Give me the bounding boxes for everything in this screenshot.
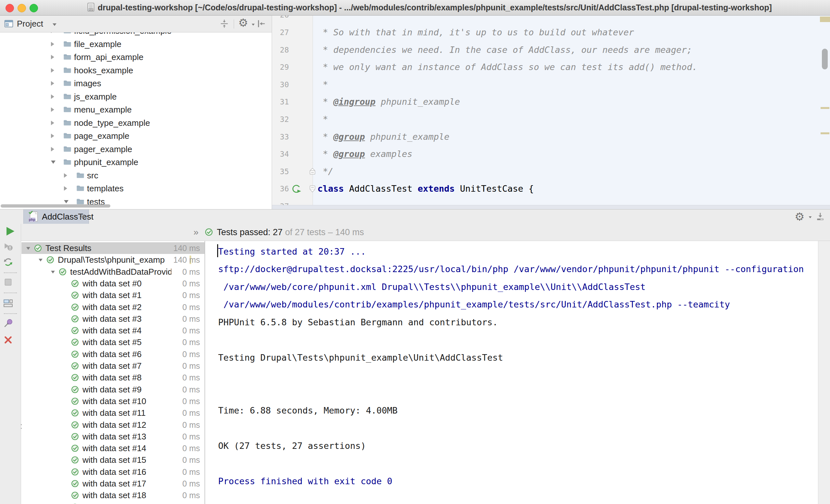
folder-icon xyxy=(63,145,72,154)
chevron-right-icon[interactable] xyxy=(64,186,67,191)
test-tree-row[interactable]: Drupal\Tests\phpunit_examp140 ms xyxy=(22,254,204,266)
close-window-button[interactable] xyxy=(5,4,14,12)
project-tree-item-src[interactable]: src xyxy=(0,169,272,182)
test-passed-icon xyxy=(71,479,79,488)
hide-window-icon[interactable] xyxy=(816,212,825,223)
test-tree-row[interactable]: with data set #160 ms xyxy=(22,466,204,478)
project-tree-item-menu_example[interactable]: menu_example xyxy=(0,103,272,116)
chevron-right-icon[interactable] xyxy=(51,94,54,99)
toggle-auto-test-button[interactable] xyxy=(3,257,13,267)
project-tree-item-file_example[interactable]: file_example xyxy=(0,38,272,51)
zoom-window-button[interactable] xyxy=(30,4,38,12)
chevron-down-icon[interactable] xyxy=(51,161,56,164)
code-editor[interactable]: 263727 * So with that in mind, it's up t… xyxy=(272,15,830,209)
project-tree-item-phpunit_example[interactable]: phpunit_example xyxy=(0,156,272,169)
locate-icon[interactable] xyxy=(219,19,229,30)
console-line: Process finished with exit code 0 xyxy=(218,472,392,490)
project-tree-item-page_example[interactable]: page_example xyxy=(0,129,272,142)
test-passed-icon xyxy=(71,279,79,288)
project-tree-item-hooks_example[interactable]: hooks_example xyxy=(0,64,272,77)
test-tree-row[interactable]: with data set #190 ms xyxy=(22,501,204,504)
chevron-down-icon[interactable] xyxy=(809,216,812,218)
settings-gear-icon[interactable]: ⚙ xyxy=(238,17,248,28)
test-tree-row[interactable]: with data set #130 ms xyxy=(22,431,204,442)
test-tree-row[interactable]: with data set #90 ms xyxy=(22,384,204,395)
test-tree-row[interactable]: with data set #10 ms xyxy=(22,289,204,301)
chevron-down-icon[interactable] xyxy=(53,23,57,26)
code-fold-marker[interactable] xyxy=(309,167,317,177)
project-tree-item-form_api_example[interactable]: form_api_example xyxy=(0,51,272,64)
code-segment-comment-tag: @ingroup xyxy=(333,97,376,107)
run-configuration-tab[interactable]: php AddClassTest × xyxy=(23,209,89,224)
test-name-label: with data set #12 xyxy=(83,419,147,431)
chevron-right-icon[interactable] xyxy=(51,147,54,152)
scrollbar-warning-stripe[interactable] xyxy=(821,107,829,109)
minimize-window-button[interactable] xyxy=(18,4,26,12)
test-tree-row[interactable]: with data set #170 ms xyxy=(22,478,204,490)
test-tree-row[interactable]: with data set #20 ms xyxy=(22,301,204,313)
test-tree-row[interactable]: with data set #00 ms xyxy=(22,278,204,289)
test-name-label: with data set #10 xyxy=(83,395,147,407)
chevron-right-icon[interactable] xyxy=(51,55,54,59)
chevron-down-icon[interactable] xyxy=(252,24,255,26)
test-tree-row[interactable]: with data set #40 ms xyxy=(22,325,204,336)
project-tree-item-pager_example[interactable]: pager_example xyxy=(0,143,272,156)
test-tree-row[interactable]: with data set #50 ms xyxy=(22,336,204,348)
test-tree-row[interactable]: with data set #70 ms xyxy=(22,360,204,372)
test-tree-row[interactable]: with data set #110 ms xyxy=(22,407,204,419)
folder-icon xyxy=(63,40,72,48)
test-tree-row[interactable]: testAddWithBadDataProvider0 ms xyxy=(22,266,204,278)
chevron-down-icon[interactable] xyxy=(39,259,42,262)
chevron-down-icon[interactable] xyxy=(26,247,30,250)
test-tree-row[interactable]: with data set #140 ms xyxy=(22,442,204,454)
project-panel-title[interactable]: Project xyxy=(17,15,43,32)
test-tree-row[interactable]: with data set #30 ms xyxy=(22,313,204,325)
close-tab-icon[interactable]: × xyxy=(79,209,85,224)
chevron-right-icon[interactable] xyxy=(51,32,54,33)
project-tree-item-templates[interactable]: templates xyxy=(0,182,272,195)
stop-button[interactable] xyxy=(3,277,13,287)
test-tree-row[interactable]: Test Results140 ms xyxy=(22,242,204,254)
scrollbar-warning-stripe[interactable] xyxy=(821,132,829,134)
restore-layout-button[interactable] xyxy=(3,298,13,308)
chevron-right-icon[interactable] xyxy=(64,173,67,178)
rerun-failed-button[interactable] xyxy=(3,242,13,251)
editor-vertical-scrollbar[interactable] xyxy=(822,48,828,69)
test-name-label: with data set #8 xyxy=(83,372,141,383)
test-tree-row[interactable]: with data set #100 ms xyxy=(22,395,204,407)
test-tree-row[interactable]: with data set #80 ms xyxy=(22,372,204,383)
line-number: 32 xyxy=(272,114,289,125)
chevron-right-icon[interactable] xyxy=(51,121,54,125)
chevron-right-icon[interactable] xyxy=(51,107,54,112)
test-passed-icon xyxy=(71,362,79,370)
code-segment-comment-tag: @group xyxy=(333,132,365,142)
toolbar-overflow-chevron[interactable]: » xyxy=(193,225,199,240)
close-button[interactable] xyxy=(3,335,13,345)
hide-panel-icon[interactable] xyxy=(256,19,266,30)
test-tree-row[interactable]: with data set #120 ms xyxy=(22,419,204,431)
horizontal-scrollbar[interactable] xyxy=(1,204,110,208)
editor-horizontal-scrollbar[interactable] xyxy=(272,205,830,209)
console-output[interactable]: Testing started at 20:37 ...sftp://docke… xyxy=(205,241,818,504)
chevron-down-icon[interactable] xyxy=(64,200,68,203)
chevron-right-icon[interactable] xyxy=(51,134,54,138)
test-tree-row[interactable]: with data set #150 ms xyxy=(22,454,204,466)
settings-gear-icon[interactable]: ⚙ xyxy=(795,209,804,224)
test-passed-icon xyxy=(34,244,42,252)
test-tree-row[interactable]: with data set #60 ms xyxy=(22,348,204,360)
rerun-button[interactable] xyxy=(4,226,15,237)
chevron-right-icon[interactable] xyxy=(51,81,54,86)
chevron-right-icon[interactable] xyxy=(51,42,54,46)
project-tree-item-images[interactable]: images xyxy=(0,77,272,90)
project-tree-item-field_permission_example[interactable]: field_permission_example xyxy=(0,32,272,37)
run-test-gutter-button[interactable] xyxy=(291,184,301,195)
chevron-right-icon[interactable] xyxy=(51,68,54,73)
chevron-down-icon[interactable] xyxy=(51,270,55,273)
test-passed-icon xyxy=(71,385,79,394)
pin-button[interactable] xyxy=(3,318,13,328)
test-passed-icon xyxy=(71,468,79,476)
project-tree-item-node_type_example[interactable]: node_type_example xyxy=(0,116,272,129)
test-tree-row[interactable]: with data set #180 ms xyxy=(22,490,204,501)
project-tree-item-js_example[interactable]: js_example xyxy=(0,90,272,103)
code-fold-marker[interactable] xyxy=(309,184,317,194)
